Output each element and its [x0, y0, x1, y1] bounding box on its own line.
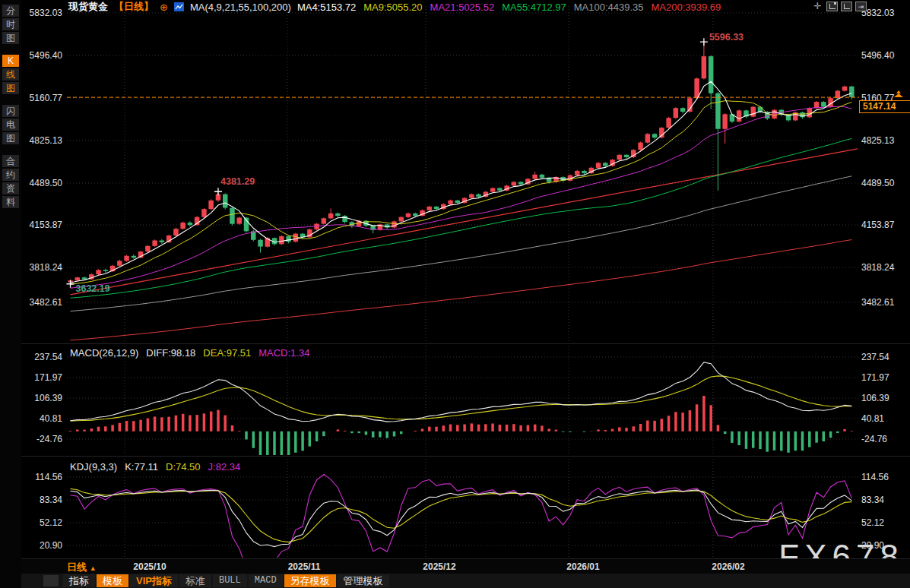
axis-tick: 40.81 — [40, 413, 62, 424]
macd-name: MACD(26,12,9) — [70, 347, 138, 359]
date-label: 2025/12 — [413, 561, 466, 572]
toolbar-item-0[interactable]: 指标 — [63, 574, 95, 587]
axis-tick: 83.34 — [40, 495, 62, 505]
toolbar-item-5[interactable]: MACD — [249, 574, 283, 587]
price-marker-icon — [894, 90, 903, 98]
ma-value-MA9: MA9:5055.20 — [363, 2, 422, 13]
kdj-name: KDJ(9,3,3) — [70, 461, 117, 473]
sidebar-item-2[interactable]: 闪电图 — [0, 104, 21, 145]
axis-tick: 5496.40 — [861, 50, 894, 61]
macd-DEA-value: DEA:97.51 — [203, 347, 251, 359]
axis-tick: 3482.61 — [30, 297, 62, 308]
ma-value-MA200: MA200:3939.69 — [652, 2, 721, 13]
date-label: 2026/01 — [556, 561, 610, 572]
kdj-J-value: J:82.34 — [208, 461, 241, 473]
macd-header: MACD(26,12,9)DIFF:98.18DEA:97.51MACD:1.3… — [70, 347, 325, 359]
symbol-title: 现货黄金 — [68, 0, 108, 14]
pan-cross-icon[interactable]: ✛ — [812, 2, 823, 11]
axis-tick: 114.56 — [35, 472, 62, 482]
header-icon-group: ✛ ⇥ — [812, 2, 867, 11]
axis-tick: -24.76 — [36, 434, 62, 444]
price-axis-right[interactable]: 5832.035496.405160.774825.134489.504153.… — [861, 0, 909, 558]
axis-tick: 237.54 — [861, 352, 889, 362]
axis-tick: 3818.24 — [861, 262, 894, 273]
sidebar-item-3[interactable]: 合约资料 — [0, 154, 21, 209]
axis-tick: 237.54 — [34, 352, 62, 362]
axis-tick: 3818.24 — [30, 262, 62, 273]
ma-indicator-icon[interactable] — [174, 2, 184, 11]
kdj-D-value: D:74.50 — [166, 461, 201, 473]
time-axis[interactable]: 日线 ▲ 2025/102025/112025/122026/012026/02 — [21, 558, 910, 574]
svg-text:5596.33: 5596.33 — [709, 32, 744, 43]
chart-canvas[interactable]: 5596.334381.293632.19 — [0, 0, 910, 588]
axis-tick: 171.97 — [34, 372, 62, 383]
svg-text:4381.29: 4381.29 — [220, 176, 255, 187]
axis-tick: 20.90 — [40, 540, 62, 551]
svg-text:3632.19: 3632.19 — [76, 283, 110, 294]
axis-tick: 3482.61 — [861, 297, 894, 308]
axis-tick: 171.97 — [861, 372, 889, 383]
bottom-toolbar: 指标模板VIP指标标准BULLMACD另存模板管理模板 — [21, 574, 910, 588]
axis-tick: 106.39 — [34, 393, 62, 403]
axis-tick: 4153.87 — [861, 220, 894, 230]
axis-tick: 4825.13 — [30, 135, 62, 146]
sidebar: 分时图K线图闪电图合约资料 — [0, 0, 21, 588]
ma-value-MA21: MA21:5025.52 — [430, 2, 495, 13]
ma-set-label: MA(4,9,21,55,100,200) — [190, 2, 291, 13]
axis-tick: 52.12 — [40, 517, 62, 528]
ma-value-MA4: MA4:5153.72 — [297, 2, 356, 13]
toolbar-item-7[interactable]: 管理模板 — [338, 574, 389, 587]
axis-tick: 40.81 — [861, 413, 884, 424]
sidebar-item-0[interactable]: 分时图 — [0, 4, 21, 45]
date-label: 2025/11 — [277, 561, 331, 572]
kdj-K-value: K:77.11 — [125, 461, 158, 473]
axis-tick: 4489.50 — [861, 178, 894, 188]
add-indicator-icon[interactable]: ⊕ — [160, 2, 168, 13]
axis-tick: 4489.50 — [30, 178, 62, 188]
axis-tick: 5496.40 — [30, 50, 62, 61]
axis-tick: 5832.03 — [30, 8, 62, 18]
ma-value-MA100: MA100:4439.35 — [574, 2, 644, 13]
chart-header: 现货黄金 【日线】 ⊕ MA(4,9,21,55,100,200) MA4:51… — [68, 1, 728, 13]
toolbar-item-2[interactable]: VIP指标 — [130, 574, 178, 587]
axis-tick: 4153.87 — [30, 220, 62, 230]
period-selector[interactable]: 日线 ▲ — [67, 561, 97, 574]
toolbar-item-1[interactable]: 模板 — [97, 574, 128, 587]
date-label: 2026/02 — [702, 561, 755, 572]
macd-MACD-value: MACD:1.34 — [258, 347, 309, 359]
axis-tick: 4825.13 — [861, 135, 894, 146]
price-axis-left[interactable]: 5832.035496.405160.774825.134489.504153.… — [21, 0, 65, 558]
axis-tick: 114.56 — [861, 472, 889, 482]
current-price-tag: 5147.14 — [859, 100, 910, 113]
ma-values: MA4:5153.72MA9:5055.20MA21:5025.52MA55:4… — [297, 2, 728, 13]
axis-tick: 106.39 — [861, 393, 889, 403]
toolbar-corner-button[interactable] — [43, 575, 59, 586]
axis-tick: 5160.77 — [30, 93, 62, 103]
axis-tick: 83.34 — [861, 495, 884, 505]
kdj-header: KDJ(9,3,3)K:77.11D:74.50J:82.34 — [70, 461, 255, 473]
scale-axis-icon[interactable] — [826, 2, 838, 11]
macd-DIFF-value: DIFF:98.18 — [146, 347, 195, 359]
axis-tick: 52.12 — [861, 517, 884, 528]
indicator-window-icon[interactable] — [841, 2, 852, 11]
toolbar-item-3[interactable]: 标准 — [179, 574, 211, 587]
toolbar-item-4[interactable]: BULL — [213, 574, 247, 587]
ma-value-MA55: MA55:4712.97 — [502, 2, 566, 13]
axis-tick: -24.76 — [861, 434, 887, 444]
toolbar-item-6[interactable]: 另存模板 — [284, 574, 336, 587]
exit-fullscreen-icon[interactable]: ⇥ — [855, 2, 867, 11]
period-tag: 【日线】 — [114, 0, 154, 14]
sidebar-item-1[interactable]: K线图 — [0, 54, 21, 95]
chart-app: 5596.334381.293632.19 分时图K线图闪电图合约资料 现货黄金… — [0, 0, 910, 588]
date-label: 2025/10 — [123, 561, 176, 572]
